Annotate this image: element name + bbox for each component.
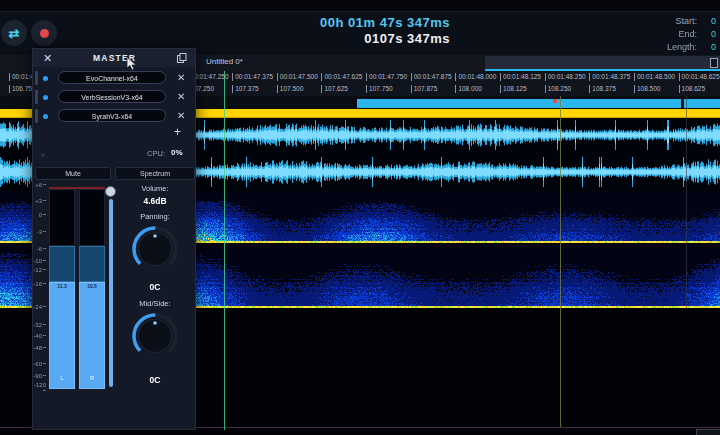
selection-range-bar[interactable] — [357, 99, 681, 108]
volume-label: Volume: — [119, 184, 191, 193]
meter-scale-label: 0 — [33, 212, 46, 218]
plugin-row: VerbSessionV3-x64 ✕ — [33, 88, 195, 107]
plugin-row: EvoChannel-x64 ✕ — [33, 69, 195, 88]
selection-length-row: Length: 0 — [610, 41, 720, 53]
ruler-timecode-label: 00:01:48.625 — [679, 73, 720, 81]
meter-peak-value: 10.5 — [79, 283, 105, 289]
plugin-chain-list: EvoChannel-x64 ✕ VerbSessionV3-x64 ✕ Syr… — [33, 69, 195, 129]
ruler-seconds-label: 108.625 — [679, 85, 706, 93]
plugin-row: SyrahV3-x64 ✕ — [33, 107, 195, 126]
selection-start-label: Start: — [675, 16, 697, 26]
ruler-seconds-label: 108.500 — [634, 85, 661, 93]
selection-length-value: 0 — [711, 42, 720, 52]
panning-label: Panning: — [119, 212, 191, 221]
meter-scale-label: -24 — [33, 304, 46, 310]
add-plugin-button[interactable]: + — [174, 125, 181, 139]
edit-marker-line — [560, 96, 561, 427]
meter-scale-label: +3 — [33, 198, 46, 204]
meter-scale-label: -10 — [33, 258, 46, 264]
ruler-timecode-label: 00:01:48.250 — [545, 73, 586, 81]
mouse-cursor — [126, 56, 138, 76]
tab-bar-corner-icon[interactable] — [710, 58, 718, 68]
copy-settings-icon[interactable] — [177, 53, 187, 63]
level-meter-right: 10.5 R — [79, 189, 105, 389]
level-meter-left: 11.3 L — [49, 189, 75, 389]
meter-scale-label: -90 — [33, 373, 46, 379]
meter-scale-label: -120 — [33, 382, 46, 394]
midside-label: Mid/Side: — [119, 299, 191, 308]
plugin-drag-handle[interactable] — [35, 71, 38, 85]
master-panel-header: ✕ MASTER — [33, 49, 195, 67]
time-secondary: 0107s 347ms — [300, 31, 450, 46]
loop-icon: ⇄ — [9, 27, 20, 40]
selection-range-bar-right[interactable] — [684, 99, 720, 108]
selection-info: Start: 0 End: 0 Length: 0 — [610, 15, 720, 54]
ruler-seconds-label: 108.375 — [589, 85, 616, 93]
meter-level-segment — [49, 282, 75, 389]
meter-channel-label: L — [49, 375, 75, 381]
plugin-remove-icon[interactable]: ✕ — [177, 91, 185, 103]
plugin-button[interactable]: EvoChannel-x64 — [58, 71, 166, 84]
meter-level-segment — [79, 282, 105, 389]
panning-value: 0C — [119, 282, 191, 292]
meter-channel-label: R — [79, 375, 105, 381]
plugin-enable-dot[interactable] — [43, 76, 48, 81]
meter-scale-label: -32 — [33, 322, 46, 328]
meter-scale-label: -6 — [33, 246, 46, 252]
ruler-seconds-label: 108.000 — [455, 85, 482, 93]
plugin-remove-icon[interactable]: ✕ — [177, 72, 185, 84]
meter-empty-segment — [49, 189, 75, 246]
top-toolbar: ⇄ 00h 01m 47s 347ms 0107s 347ms Start: 0… — [0, 0, 720, 55]
spectrum-button[interactable]: Spectrum — [115, 167, 195, 180]
plugin-drag-handle[interactable] — [35, 109, 38, 123]
meter-peak-segment — [79, 246, 105, 282]
ruler-timecode-label: 00:01:48.000 — [455, 73, 496, 81]
panning-knob[interactable] — [129, 223, 181, 275]
ruler-timecode-label: 00:01:47.500 — [277, 73, 318, 81]
meter-scale-label: -40 — [33, 333, 46, 339]
ruler-timecode-label: 00:01:48.125 — [500, 73, 541, 81]
plugin-enable-dot[interactable] — [43, 95, 48, 100]
document-tab[interactable]: Untitled 0* — [206, 57, 243, 66]
meter-scale-label: -60 — [33, 361, 46, 367]
playhead-cursor[interactable] — [224, 71, 225, 430]
plugin-enable-dot[interactable] — [43, 114, 48, 119]
plugin-button[interactable]: SyrahV3-x64 — [58, 109, 166, 122]
meter-peak-value: 11.3 — [49, 283, 75, 289]
loop-button[interactable]: ⇄ — [1, 20, 27, 46]
selection-start-value: 0 — [711, 16, 720, 26]
selection-end-value: 0 — [711, 29, 720, 39]
record-icon — [40, 29, 49, 38]
cpu-indicator-dot — [41, 153, 45, 157]
close-icon[interactable]: ✕ — [43, 53, 52, 64]
volume-fader-track[interactable] — [109, 199, 113, 387]
plugin-drag-handle[interactable] — [35, 90, 38, 104]
scrollbar-corner[interactable] — [696, 429, 720, 435]
meter-scale-label: -48 — [33, 345, 46, 351]
midside-value: 0C — [119, 375, 191, 385]
ruler-seconds-label: 108.125 — [500, 85, 527, 93]
plugin-button[interactable]: VerbSessionV3-x64 — [58, 90, 166, 103]
midside-knob[interactable] — [129, 310, 181, 362]
ruler-seconds-label: 107.375 — [232, 85, 259, 93]
ruler-seconds-label: 107.750 — [366, 85, 393, 93]
plugin-remove-icon[interactable]: ✕ — [177, 110, 185, 122]
tab-bar-scroll-region[interactable] — [485, 56, 720, 69]
volume-fader-handle[interactable] — [105, 186, 116, 197]
record-button[interactable] — [31, 20, 57, 46]
ruler-seconds-label: 108.250 — [545, 85, 572, 93]
meter-scale-label: +6 — [33, 182, 46, 188]
selection-end-row: End: 0 — [610, 28, 720, 40]
selection-edge-line — [686, 96, 687, 308]
ruler-timecode-label: 00:01:47.625 — [321, 73, 362, 81]
meter-peak-segment — [49, 246, 75, 282]
selection-start-row: Start: 0 — [610, 15, 720, 27]
ruler-seconds-label: 107.875 — [411, 85, 438, 93]
cpu-value: 0% — [171, 148, 183, 157]
ruler-timecode-label: 00:01:47.750 — [366, 73, 407, 81]
meter-scale-label: -16 — [33, 281, 46, 287]
ruler-timecode-label: 00:01:47.875 — [411, 73, 452, 81]
selection-length-label: Length: — [667, 42, 697, 52]
master-panel-title: MASTER — [52, 53, 177, 63]
mute-button[interactable]: Mute — [35, 167, 111, 180]
